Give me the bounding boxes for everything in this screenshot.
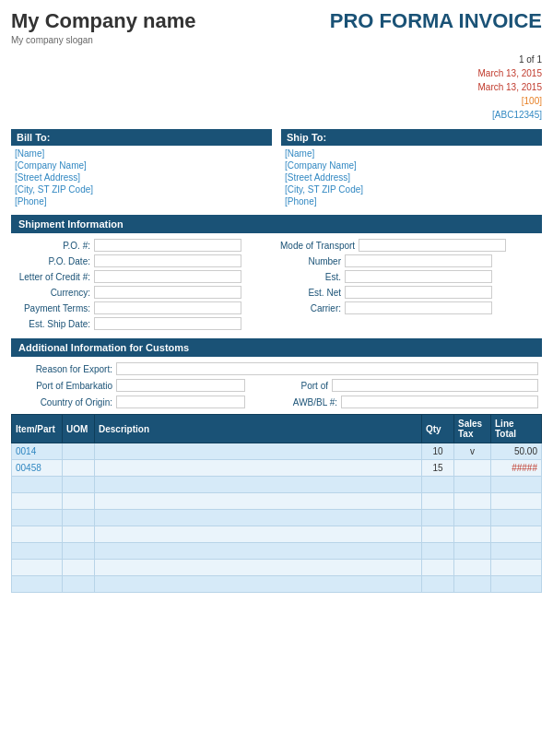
bill-to-city: [City, ST ZIP Code]: [15, 183, 272, 195]
col-header-total: Line Total: [491, 415, 542, 443]
carrier-row: Carrier:: [280, 301, 542, 314]
cell-desc: [95, 493, 422, 510]
table-row: [12, 493, 542, 510]
cell-total: [491, 477, 542, 493]
cell-qty: [422, 543, 454, 560]
cell-uom: [63, 576, 95, 593]
awb-input[interactable]: [341, 396, 538, 408]
date1: March 13, 2015: [11, 66, 542, 80]
cell-item: [12, 543, 63, 560]
po-number-row: P.O. #:: [11, 239, 273, 252]
cell-tax: [454, 493, 491, 510]
cell-qty: 15: [422, 460, 454, 477]
table-row: 00458 15 #####: [12, 460, 542, 477]
table-row: [12, 477, 542, 493]
cell-item: [12, 477, 63, 493]
cell-qty: [422, 477, 454, 493]
est-ship-date-label: Est. Ship Date:: [11, 319, 94, 329]
payment-terms-label: Payment Terms:: [11, 303, 94, 313]
letter-credit-input[interactable]: [94, 270, 241, 283]
carrier-label: Carrier:: [280, 303, 345, 313]
port-embark-input[interactable]: [116, 379, 245, 392]
est-input[interactable]: [345, 270, 492, 283]
cell-desc: [95, 477, 422, 493]
cell-desc: [95, 576, 422, 593]
col-header-desc: Description: [95, 415, 422, 443]
payment-terms-input[interactable]: [94, 301, 241, 314]
bill-to-box: Bill To: [Name] [Company Name] [Street A…: [11, 129, 272, 207]
cell-tax: [454, 560, 491, 576]
customs-section-header: Additional Information for Customs: [11, 338, 542, 357]
cell-item: [12, 510, 63, 526]
po-date-input[interactable]: [94, 254, 241, 267]
header: My Company name My company slogan PRO FO…: [11, 9, 542, 45]
table-header-row: Item/Part UOM Description Qty Sales Tax …: [12, 415, 542, 443]
port-of-label: Port of: [286, 381, 332, 391]
number-input[interactable]: [345, 254, 492, 267]
cell-total: [491, 576, 542, 593]
bill-to-company: [Company Name]: [15, 159, 272, 171]
col-header-tax: Sales Tax: [454, 415, 491, 443]
mode-transport-input[interactable]: [359, 239, 506, 252]
bill-to-header: Bill To:: [11, 129, 272, 146]
cell-item: [12, 576, 63, 593]
port-row: Port of Embarkatio Port of: [11, 379, 542, 392]
reason-export-input[interactable]: [116, 362, 538, 375]
mode-transport-label: Mode of Transport: [280, 241, 359, 251]
cell-total: [491, 526, 542, 543]
est-ship-date-row: Est. Ship Date:: [11, 317, 273, 330]
cell-desc: [95, 510, 422, 526]
cell-desc: [95, 443, 422, 460]
letter-credit-row: Letter of Credit #:: [11, 270, 273, 283]
page: My Company name My company slogan PRO FO…: [0, 0, 553, 756]
page-number: 1 of 1: [11, 53, 542, 66]
awb-group: AWB/BL #:: [286, 396, 538, 408]
carrier-input[interactable]: [345, 301, 492, 314]
cell-desc: [95, 560, 422, 576]
currency-input[interactable]: [94, 286, 241, 299]
cell-qty: 10: [422, 443, 454, 460]
mode-transport-row: Mode of Transport: [280, 239, 542, 252]
bill-to-street: [Street Address]: [15, 171, 272, 183]
po-date-label: P.O. Date:: [11, 256, 94, 266]
po-date-row: P.O. Date:: [11, 254, 273, 267]
cell-desc: [95, 460, 422, 477]
po-number-input[interactable]: [94, 239, 241, 252]
cell-qty: [422, 510, 454, 526]
cell-uom: [63, 460, 95, 477]
table-row: [12, 576, 542, 593]
currency-row: Currency:: [11, 286, 273, 299]
payment-terms-row: Payment Terms:: [11, 301, 273, 314]
shipment-section-header: Shipment Information: [11, 215, 542, 233]
cell-uom: [63, 526, 95, 543]
table-row: [12, 560, 542, 576]
cell-qty: [422, 493, 454, 510]
cell-uom: [63, 510, 95, 526]
est-ship-date-input[interactable]: [94, 317, 241, 330]
cell-tax: [454, 576, 491, 593]
shipment-section: Shipment Information P.O. #: P.O. Date: …: [11, 215, 542, 333]
meta-info: 1 of 1 March 13, 2015 March 13, 2015 [10…: [11, 53, 542, 122]
table-row: [12, 526, 542, 543]
cell-tax: [454, 543, 491, 560]
cell-uom: [63, 560, 95, 576]
port-embark-label: Port of Embarkatio: [15, 381, 116, 391]
date2: March 13, 2015: [11, 80, 542, 94]
cell-tax: [454, 510, 491, 526]
number-label: Number: [280, 256, 345, 266]
cell-qty: [422, 560, 454, 576]
awb-label: AWB/BL #:: [286, 397, 341, 408]
cell-desc: [95, 543, 422, 560]
country-label: Country of Origin:: [15, 397, 116, 408]
country-input[interactable]: [116, 396, 245, 408]
ship-to-company: [Company Name]: [285, 159, 542, 171]
est-net-input[interactable]: [345, 286, 492, 299]
po-number-label: P.O. #:: [11, 241, 94, 251]
col-header-item: Item/Part: [12, 415, 63, 443]
ship-to-city: [City, ST ZIP Code]: [285, 183, 542, 195]
port-of-group: Port of: [286, 379, 538, 392]
cell-total: #####: [491, 460, 542, 477]
cell-uom: [63, 443, 95, 460]
table-row: [12, 543, 542, 560]
port-of-input[interactable]: [332, 379, 538, 392]
